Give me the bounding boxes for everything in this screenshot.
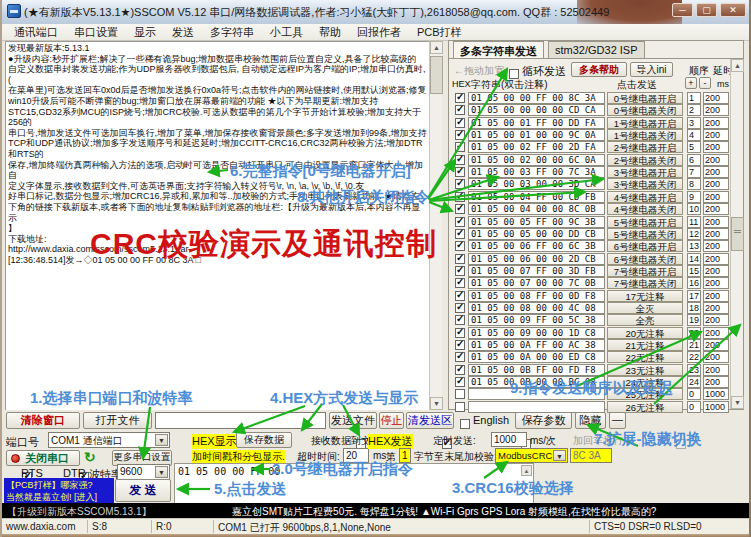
row-checkbox[interactable] xyxy=(455,365,465,375)
row-order-input[interactable]: 21 xyxy=(687,339,701,351)
row-checkbox[interactable] xyxy=(455,254,465,264)
row-delay-input[interactable]: 200 xyxy=(703,339,729,351)
stop-button[interactable]: 停止 xyxy=(379,412,404,429)
row-hex-input[interactable]: 01 05 00 09 00 00 1D C8 xyxy=(468,327,605,339)
row-order-input[interactable]: 22 xyxy=(687,351,701,363)
close-port-button[interactable]: 关闭串口 xyxy=(6,450,80,466)
row-order-input[interactable]: 14 xyxy=(687,253,701,265)
row-order-input[interactable]: 8 xyxy=(687,178,701,190)
file-path-input[interactable] xyxy=(155,412,326,429)
row-delay-input[interactable]: 200 xyxy=(703,290,729,302)
row-send-button[interactable]: 23无注释 xyxy=(607,364,683,376)
row-send-button[interactable]: 20无注释 xyxy=(607,327,683,339)
row-checkbox[interactable] xyxy=(455,93,465,103)
row-send-button[interactable]: 4号继电器开启 xyxy=(607,191,683,203)
row-delay-input[interactable]: 200 xyxy=(703,178,729,190)
baud-combobox[interactable]: 9600 ▼ xyxy=(117,464,170,480)
row-order-input[interactable]: 16 xyxy=(687,277,701,289)
hide-button[interactable]: 隐藏 xyxy=(575,412,606,429)
row-send-button[interactable]: 3号继电器开启 xyxy=(607,166,683,178)
row-order-input[interactable]: 12 xyxy=(687,228,701,240)
checksum-type-combobox[interactable]: ModbusCRC16 ▼ xyxy=(495,448,568,463)
multi-send-scrollbar[interactable]: ▲ ▼ xyxy=(730,59,743,409)
row-delay-input[interactable]: 200 xyxy=(703,203,729,215)
row-send-button[interactable]: 1号继电器开启 xyxy=(607,117,683,129)
row-delay-input[interactable]: 200 xyxy=(703,104,729,116)
upgrade-link[interactable]: 【升级到新版本SSCOM5.13.1】 xyxy=(7,505,151,519)
scroll-up-icon[interactable]: ▲ xyxy=(430,41,443,54)
row-send-button[interactable]: 5号继电器关闭 xyxy=(607,228,683,240)
row-delay-input[interactable]: 200 xyxy=(703,117,729,129)
row-hex-input[interactable]: 01 05 00 02 FF 00 2D FA xyxy=(468,141,605,153)
row-checkbox[interactable] xyxy=(455,142,465,152)
row-order-input[interactable]: 18 xyxy=(687,302,701,314)
row-send-button[interactable]: 1号继电器关闭 xyxy=(607,129,683,141)
row-checkbox[interactable] xyxy=(455,192,465,202)
row-checkbox[interactable] xyxy=(455,229,465,239)
scroll-down-icon[interactable]: ▼ xyxy=(731,396,744,409)
row-order-input[interactable]: 3 xyxy=(687,117,701,129)
ad-bar[interactable]: 【升级到新版本SSCOM5.13.1】 嘉立创SMT贴片工程费50元. 每焊盘1… xyxy=(2,503,751,518)
english-checkbox[interactable] xyxy=(460,419,470,429)
row-delay-input[interactable]: 200 xyxy=(703,166,729,178)
menu-item[interactable]: 帮助 xyxy=(311,24,349,41)
menu-item[interactable]: 回报作者 xyxy=(349,24,409,41)
row-send-button[interactable]: 全亮 xyxy=(607,314,683,326)
scroll-up-icon[interactable]: ▲ xyxy=(731,59,744,72)
row-checkbox[interactable] xyxy=(455,328,465,338)
row-hex-input[interactable]: 01 05 00 01 00 00 9C 0A xyxy=(468,129,605,141)
row-checkbox[interactable] xyxy=(455,118,465,128)
clear-window-button[interactable]: 清除窗口 xyxy=(6,412,80,429)
row-send-button[interactable]: 7号继电器关闭 xyxy=(607,277,683,289)
row-checkbox[interactable] xyxy=(455,241,465,251)
row-order-input[interactable]: 15 xyxy=(687,265,701,277)
save-params-button[interactable]: 保存参数 xyxy=(515,412,572,429)
row-delay-input[interactable]: 200 xyxy=(703,376,729,388)
row-checkbox[interactable] xyxy=(455,315,465,325)
row-checkbox[interactable] xyxy=(455,105,465,115)
menu-item[interactable]: PCB打样 xyxy=(409,24,470,41)
row-order-input[interactable]: 1 xyxy=(687,92,701,104)
row-hex-input[interactable]: 01 05 00 05 00 00 DD CB xyxy=(468,228,605,240)
scroll-down-icon[interactable]: ▼ xyxy=(430,397,443,410)
row-order-input[interactable]: 2 xyxy=(687,104,701,116)
row-delay-input[interactable]: 200 xyxy=(703,302,729,314)
maximize-button[interactable]: ▢ xyxy=(696,3,717,17)
row-delay-input[interactable]: 200 xyxy=(703,141,729,153)
tab-stm32-isp[interactable]: stm32/GD32 ISP xyxy=(548,41,645,58)
row-checkbox[interactable] xyxy=(455,352,465,362)
row-send-button[interactable]: 6号继电器开启 xyxy=(607,240,683,252)
row-send-button[interactable]: 26无注释 xyxy=(607,401,683,413)
row-hex-input[interactable]: 01 05 00 06 00 00 2D CB xyxy=(468,253,605,265)
row-checkbox[interactable] xyxy=(455,291,465,301)
row-hex-input[interactable]: 01 05 00 08 00 00 4C 08 xyxy=(468,302,605,314)
row-order-input[interactable]: 5 xyxy=(687,141,701,153)
status-website-link[interactable]: www.daxia.com xyxy=(2,520,88,533)
pcb-ad-banner[interactable]: 【PCB打样】哪家强? 当然就是嘉立创! [进入] xyxy=(4,478,114,503)
row-order-input[interactable]: 7 xyxy=(687,166,701,178)
save-data-button[interactable]: 保存数据 xyxy=(236,432,292,448)
import-ini-button[interactable]: 导入ini xyxy=(630,62,673,77)
row-checkbox[interactable] xyxy=(455,303,465,313)
scroll-thumb[interactable] xyxy=(731,217,744,251)
row-hex-input[interactable]: 01 05 00 01 FF 00 DD FA xyxy=(468,117,605,129)
multi-help-button[interactable]: 多条帮助 xyxy=(571,62,627,77)
open-file-button[interactable]: 打开文件 xyxy=(83,412,152,429)
row-delay-input[interactable]: 200 xyxy=(703,277,729,289)
row-delay-input[interactable]: 200 xyxy=(703,129,729,141)
row-send-button[interactable]: 22无注释 xyxy=(607,351,683,363)
close-button[interactable]: ✕ xyxy=(720,3,746,17)
row-delay-input[interactable]: 200 xyxy=(703,314,729,326)
row-order-input[interactable]: 19 xyxy=(687,314,701,326)
row-delay-input[interactable]: 200 xyxy=(703,216,729,228)
chevron-down-icon[interactable]: ▼ xyxy=(553,450,566,461)
row-hex-input[interactable]: 01 05 00 08 FF 00 0D F8 xyxy=(468,290,605,302)
row-send-button[interactable]: 2号继电器关闭 xyxy=(607,154,683,166)
row-hex-input[interactable]: 01 05 00 07 FF 00 3D FB xyxy=(468,265,605,277)
row-hex-input[interactable]: 01 05 00 09 FF 00 5C 38 xyxy=(468,314,605,326)
row-hex-input[interactable]: 01 05 00 0A 00 00 ED C8 xyxy=(468,351,605,363)
row-delay-input[interactable]: 200 xyxy=(703,191,729,203)
row-send-button[interactable]: 2号继电器开启 xyxy=(607,141,683,153)
send-file-button[interactable]: 发送文件 xyxy=(329,412,377,429)
row-order-input[interactable]: 10 xyxy=(687,203,701,215)
